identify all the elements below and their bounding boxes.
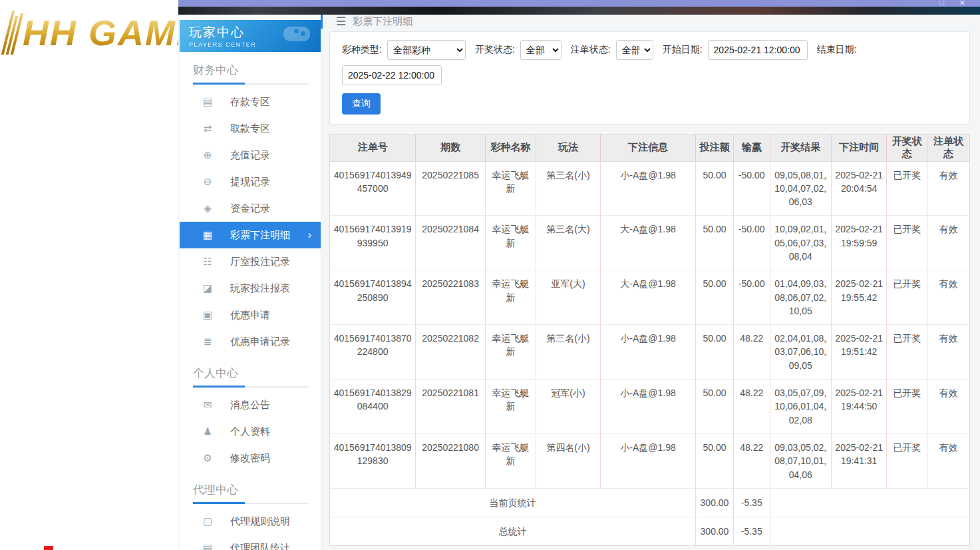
- sidebar-item-label: 存款专区: [230, 96, 270, 109]
- sidebar-subtitle: PLAYERS CENTER: [189, 41, 321, 48]
- maximize-icon[interactable]: □: [939, 0, 944, 7]
- sidebar-item-agent-team-stats[interactable]: ▤代理团队统计: [180, 535, 321, 550]
- table-cell: -50.00: [733, 216, 770, 270]
- summary-winloss-total: -5.35: [733, 488, 770, 517]
- sidebar-item-change-password[interactable]: ⚙修改密码: [180, 445, 321, 471]
- close-icon[interactable]: ✕: [959, 0, 965, 7]
- start-date-input[interactable]: [708, 40, 808, 60]
- sidebar-section-title: 个人中心: [193, 366, 309, 381]
- sidebar-item-label: 取款专区: [230, 123, 270, 135]
- table-cell: 401569174013894250890: [330, 270, 416, 325]
- hall-bet-record-icon: ☷: [201, 256, 214, 268]
- sidebar-item-hall-bet-record[interactable]: ☷厅室投注记录: [180, 248, 321, 275]
- sidebar-item-label: 消息公告: [230, 399, 270, 412]
- summary-empty-cell: [770, 488, 969, 517]
- funds-record-icon: ◈: [201, 202, 214, 214]
- sidebar-item-label: 玩家投注报表: [230, 282, 290, 295]
- sidebar-item-funds-record[interactable]: ◈资金记录: [180, 195, 321, 222]
- table-cell: 已开奖: [887, 325, 927, 380]
- sidebar-item-profile[interactable]: ♟个人资料: [180, 418, 321, 445]
- column-header: 注单状态: [927, 135, 969, 161]
- table-row: 40156917401394945700020250221085幸运飞艇新第三名…: [330, 161, 969, 216]
- end-date-input[interactable]: [342, 65, 442, 85]
- sidebar-item-label: 个人资料: [230, 425, 270, 438]
- section-divider: [193, 386, 309, 388]
- partial-red-element: [44, 546, 53, 550]
- sidebar-item-promo-apply-record[interactable]: ≣优惠申请记录: [180, 328, 321, 355]
- sidebar-item-agent-rules[interactable]: ▢代理规则说明: [180, 508, 321, 535]
- sidebar-item-withdraw[interactable]: ⇄取款专区: [180, 115, 321, 142]
- start-date-label: 开始日期:: [663, 44, 703, 56]
- table-cell: 有效: [927, 325, 969, 380]
- sidebar-item-promo-apply[interactable]: ▣优惠申请: [180, 302, 321, 328]
- page-title: 彩票下注明细: [353, 15, 412, 28]
- table-cell: 02,04,01,08,03,07,06,10,09,05: [770, 325, 831, 380]
- table-cell: 401569174013919939950: [330, 216, 416, 270]
- breadcrumb: ☰ 彩票下注明细: [321, 15, 980, 29]
- sidebar-item-label: 代理规则说明: [230, 515, 290, 528]
- withdrawal-record-icon: ⊖: [201, 176, 214, 188]
- recharge-record-icon: ⊕: [201, 149, 214, 161]
- table-cell: 亚军(大): [536, 270, 600, 325]
- sidebar-item-player-bet-report[interactable]: ◪玩家投注报表: [180, 275, 321, 302]
- bet-status-select[interactable]: 全部: [616, 40, 653, 60]
- logo-text: HH GAME: [23, 12, 202, 53]
- table-cell: 幸运飞艇新: [486, 433, 536, 488]
- column-header: 下注时间: [831, 135, 887, 161]
- hamburger-icon[interactable]: ☰: [336, 15, 346, 29]
- window-titlebar: □ ✕: [178, 0, 980, 7]
- table-cell: 有效: [927, 380, 969, 434]
- sidebar-header: 玩家中心 PLAYERS CENTER: [180, 20, 321, 52]
- table-cell: 2025-02-21 20:04:54: [831, 161, 887, 216]
- table-cell: 50.00: [696, 270, 734, 325]
- site-logo: HH GAME: [7, 11, 202, 55]
- column-header: 期数: [416, 135, 486, 161]
- sidebar-section: 个人中心: [180, 355, 321, 392]
- draw-status-label: 开奖状态:: [475, 44, 515, 56]
- promo-apply-record-icon: ≣: [201, 336, 214, 348]
- table-cell: 401569174013949457000: [330, 161, 416, 216]
- table-cell: 48.22: [733, 325, 770, 380]
- sidebar-item-withdrawal-record[interactable]: ⊖提现记录: [180, 168, 321, 195]
- table-cell: 401569174013809129830: [330, 433, 416, 488]
- sidebar-section-title: 财务中心: [193, 63, 309, 78]
- table-cell: 已开奖: [887, 270, 927, 325]
- column-header: 彩种名称: [486, 135, 536, 161]
- bet-status-label: 注单状态:: [571, 44, 611, 56]
- table-cell: 09,03,05,02,08,07,10,01,04,06: [770, 433, 831, 488]
- table-cell: 09,05,08,01,10,04,07,02,06,03: [770, 161, 831, 216]
- filter-panel: 彩种类型: 全部彩种 开奖状态: 全部 注单状态: 全部 开始日期: 结束日期:…: [329, 31, 970, 125]
- sidebar-item-message-announcement[interactable]: ✉消息公告: [180, 392, 321, 418]
- table-row: 40156917401382908440020250221081幸运飞艇新冠军(…: [330, 380, 969, 434]
- table-cell: 50.00: [696, 325, 734, 380]
- summary-empty-cell: [770, 517, 969, 546]
- table-cell: 幸运飞艇新: [486, 161, 536, 216]
- table-cell: 第四名(小): [536, 433, 600, 488]
- withdraw-icon: ⇄: [201, 123, 214, 135]
- sidebar-item-label: 优惠申请: [230, 309, 270, 322]
- query-button[interactable]: 查询: [342, 93, 381, 115]
- draw-status-select[interactable]: 全部: [520, 40, 562, 60]
- table-cell: 50.00: [696, 216, 734, 270]
- lottery-type-select[interactable]: 全部彩种: [387, 40, 466, 60]
- table-cell: 20250221080: [416, 433, 486, 488]
- message-announcement-icon: ✉: [201, 399, 214, 411]
- table-cell: 10,09,02,01,05,06,07,03,08,04: [770, 216, 831, 270]
- sidebar-section: 财务中心: [180, 52, 321, 89]
- table-cell: 已开奖: [887, 380, 927, 434]
- table-cell: 20250221084: [416, 216, 486, 270]
- sidebar-item-lottery-bet-details[interactable]: ▦彩票下注明细›: [180, 222, 321, 248]
- browser-toolbar-strip: [178, 7, 980, 15]
- table-cell: 401569174013829084400: [330, 380, 416, 434]
- bet-details-table-card: 注单号期数彩种名称玩法下注信息投注额输赢开奖结果下注时间开奖状态注单状态 401…: [329, 134, 970, 546]
- table-cell: 2025-02-21 19:51:42: [831, 325, 887, 380]
- table-cell: 已开奖: [887, 433, 927, 488]
- sidebar-item-recharge-record[interactable]: ⊕充值记录: [180, 142, 321, 168]
- left-logo-pane: HH GAME: [0, 0, 178, 550]
- summary-bet-total: 300.00: [696, 488, 734, 517]
- deposit-icon: ▤: [201, 96, 214, 108]
- sidebar-item-label: 优惠申请记录: [230, 336, 290, 348]
- sidebar-item-label: 修改密码: [230, 452, 270, 465]
- table-cell: 20250221085: [416, 161, 486, 216]
- sidebar-item-deposit[interactable]: ▤存款专区: [180, 89, 321, 115]
